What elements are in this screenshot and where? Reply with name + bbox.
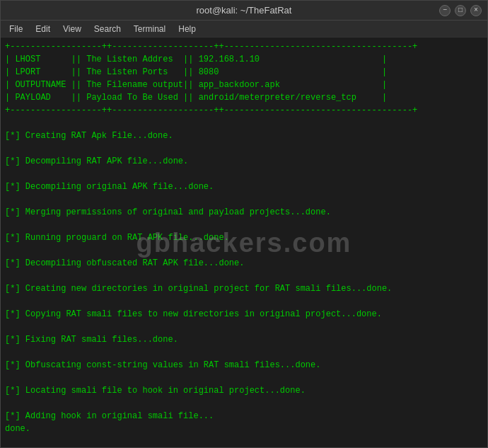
terminal-window: root@kali: ~/TheFatRat − □ × File Edit V…: [0, 0, 488, 448]
window-controls: − □ ×: [439, 5, 482, 16]
close-button[interactable]: ×: [470, 5, 482, 16]
menu-search[interactable]: Search: [88, 23, 127, 35]
menu-edit[interactable]: Edit: [30, 23, 56, 35]
maximize-button[interactable]: □: [455, 5, 466, 16]
menubar: File Edit View Search Terminal Help: [1, 21, 487, 38]
minimize-button[interactable]: −: [439, 5, 451, 16]
menu-file[interactable]: File: [4, 23, 28, 35]
terminal-body[interactable]: gbhackers.com +------------------++-----…: [1, 38, 487, 447]
menu-help[interactable]: Help: [173, 23, 202, 35]
title-bar: root@kali: ~/TheFatRat − □ ×: [1, 1, 487, 21]
terminal-output: +------------------++-------------------…: [5, 40, 483, 447]
menu-terminal[interactable]: Terminal: [128, 23, 171, 35]
menu-view[interactable]: View: [57, 23, 87, 35]
window-title: root@kali: ~/TheFatRat: [49, 5, 439, 16]
